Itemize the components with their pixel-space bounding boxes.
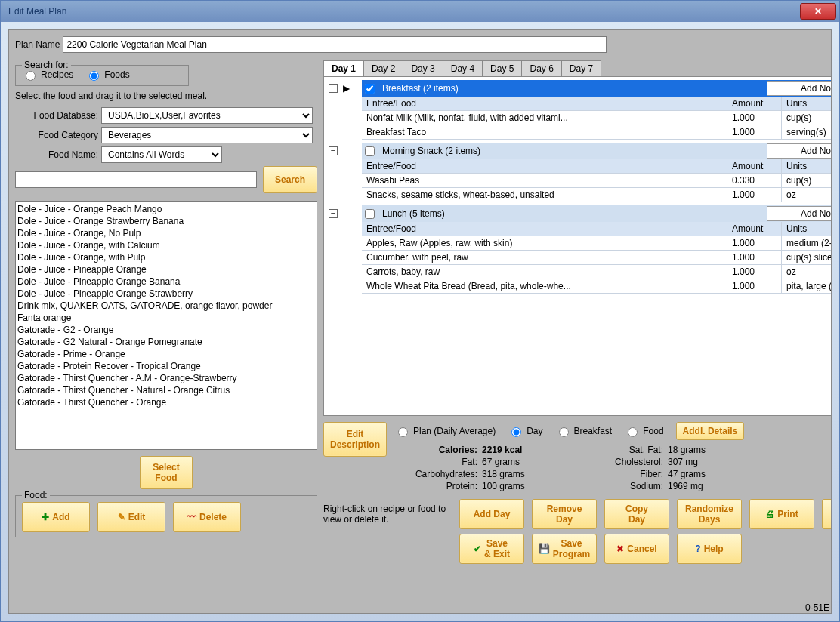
radio-recipes[interactable]: Recipes xyxy=(22,69,73,81)
check-icon: ✔ xyxy=(474,543,481,554)
add-day-button[interactable]: Add Day xyxy=(459,499,524,529)
edit-food-button[interactable]: ✎Edit xyxy=(97,502,165,532)
x-icon: ✖ xyxy=(616,543,624,554)
meal-checkbox[interactable] xyxy=(365,146,375,156)
meal-row[interactable]: Breakfast Taco 1.000 serving(s) xyxy=(362,125,832,140)
units-cell: serving(s) xyxy=(782,125,832,139)
meal-header[interactable]: Morning Snack (2 items) Add Note xyxy=(362,143,832,159)
food-result-item[interactable]: Drink mix, QUAKER OATS, GATORADE, orange… xyxy=(17,300,315,312)
food-name-cell: Nonfat Milk (Milk, nonfat, fluid, with a… xyxy=(362,111,727,125)
tree-toggle[interactable]: − xyxy=(329,84,338,93)
food-result-item[interactable]: Dole - Juice - Pineapple Orange Banana xyxy=(17,276,315,288)
food-result-item[interactable]: Gatorade - Protein Recover - Tropical Or… xyxy=(17,360,315,372)
day-tab[interactable]: Day 4 xyxy=(443,60,483,76)
radio-foods[interactable]: Foods xyxy=(85,69,129,81)
food-results-list[interactable]: Dole - Juice - Orange Peach MangoDole - … xyxy=(15,201,317,450)
add-food-button[interactable]: ✚Add xyxy=(22,502,90,532)
print-button[interactable]: 🖨Print xyxy=(749,499,814,529)
add-note-button[interactable]: Add Note xyxy=(767,81,832,96)
day-tab[interactable]: Day 7 xyxy=(561,60,601,76)
meal-row[interactable]: Whole Wheat Pita Bread (Bread, pita, who… xyxy=(362,279,832,294)
food-name-cell: Whole Wheat Pita Bread (Bread, pita, who… xyxy=(362,279,727,293)
meal-plan-tree[interactable]: − ▶ Breakfast (2 items) Add Note Entree/… xyxy=(323,76,832,416)
food-result-item[interactable]: Dole - Juice - Orange, No Pulp xyxy=(17,227,315,239)
tree-toggle[interactable]: − xyxy=(329,146,338,156)
food-result-item[interactable]: Dole - Juice - Orange, with Calcium xyxy=(17,239,315,251)
food-name-cell: Cucumber, with peel, raw xyxy=(362,251,727,264)
food-name-cell: Carrots, baby, raw xyxy=(362,265,727,279)
close-button[interactable]: ✕ xyxy=(800,3,836,20)
day-tabs: Day 1Day 2Day 3Day 4Day 5Day 6Day 7 xyxy=(323,60,832,76)
search-for-fieldset: Search for: Recipes Foods xyxy=(15,65,189,86)
day-tab[interactable]: Day 2 xyxy=(363,60,403,76)
meal-row[interactable]: Carrots, baby, raw 1.000 oz xyxy=(362,265,832,279)
amount-cell: 1.000 xyxy=(727,265,782,279)
delete-food-button[interactable]: 〰Delete xyxy=(173,502,241,532)
meal-row[interactable]: Cucumber, with peel, raw 1.000 cup(s) sl… xyxy=(362,251,832,265)
meal-checkbox[interactable] xyxy=(365,209,375,219)
food-result-item[interactable]: Fanta orange xyxy=(17,312,315,324)
save-program-button[interactable]: 💾Save Program xyxy=(532,534,597,564)
day-tab[interactable]: Day 1 xyxy=(323,60,364,76)
radio-food[interactable]: Food xyxy=(624,425,663,437)
food-result-item[interactable]: Gatorade - G2 - Orange xyxy=(17,324,315,336)
day-tab[interactable]: Day 6 xyxy=(521,60,561,76)
copy-day-button[interactable]: Copy Day xyxy=(604,499,669,529)
meal-row[interactable]: Snacks, sesame sticks, wheat-based, unsa… xyxy=(362,188,832,202)
meal-columns-header: Entree/FoodAmountUnits xyxy=(362,159,832,174)
satfat-value: 18 grams xyxy=(668,445,736,455)
food-result-item[interactable]: Gatorade - Thirst Quencher - Natural - O… xyxy=(17,384,315,396)
meal-row[interactable]: Nonfat Milk (Milk, nonfat, fluid, with a… xyxy=(362,111,832,125)
select-food-button[interactable]: Select Food xyxy=(140,456,193,489)
meal-checkbox[interactable] xyxy=(365,84,375,94)
meal-row[interactable]: Apples, Raw (Apples, raw, with skin) 1.0… xyxy=(362,236,832,251)
food-result-item[interactable]: Dole - Juice - Pineapple Orange Strawber… xyxy=(17,288,315,300)
carbs-label: Carbohydrates: xyxy=(394,469,477,479)
food-name-input[interactable] xyxy=(15,171,257,188)
day-tab[interactable]: Day 5 xyxy=(482,60,522,76)
food-result-item[interactable]: Gatorade - Thirst Quencher - Orange xyxy=(17,396,315,408)
food-category-label: Food Category xyxy=(15,130,98,140)
remove-day-button[interactable]: Remove Day xyxy=(532,499,597,529)
add-note-button[interactable]: Add Note xyxy=(767,143,832,159)
food-result-item[interactable]: Gatorade - Thirst Quencher - A.M - Orang… xyxy=(17,372,315,384)
plan-name-input[interactable] xyxy=(63,36,607,53)
radio-breakfast[interactable]: Breakfast xyxy=(555,425,613,437)
close-icon: ✕ xyxy=(814,6,822,17)
edit-description-button[interactable]: Edit Description xyxy=(323,422,387,457)
amount-cell: 1.000 xyxy=(727,188,782,202)
food-result-item[interactable]: Dole - Juice - Orange Peach Mango xyxy=(17,203,315,215)
food-name-label: Food Name: xyxy=(15,149,98,160)
food-name-match-select[interactable]: Contains All Words xyxy=(101,146,222,163)
food-result-item[interactable]: Dole - Juice - Orange Strawberry Banana xyxy=(17,215,315,227)
randomize-days-button[interactable]: Randomize Days xyxy=(677,499,742,529)
cancel-button[interactable]: ✖Cancel xyxy=(604,534,669,564)
food-database-select[interactable]: USDA,BioEx,User,Favorites xyxy=(101,107,313,124)
pencil-icon: ✎ xyxy=(118,512,125,522)
window-title: Edit Meal Plan xyxy=(4,6,800,17)
food-category-select[interactable]: Beverages xyxy=(101,127,313,143)
meal-header[interactable]: Lunch (5 items) Add Note xyxy=(362,205,832,222)
meal-header[interactable]: Breakfast (2 items) Add Note xyxy=(362,80,832,97)
add-note-button[interactable]: Add Note xyxy=(767,206,832,221)
food-result-item[interactable]: Gatorade - Prime - Orange xyxy=(17,348,315,360)
day-tab[interactable]: Day 3 xyxy=(403,60,443,76)
help-button[interactable]: ?Help xyxy=(677,534,742,564)
tree-toggle[interactable]: − xyxy=(329,209,338,218)
radio-day[interactable]: Day xyxy=(508,425,542,437)
amount-cell: 1.000 xyxy=(727,279,782,293)
radio-plan-avg[interactable]: Plan (Daily Average) xyxy=(394,425,496,437)
addl-details-button[interactable]: Addl. Details xyxy=(676,422,745,440)
search-form: Food Database: USDA,BioEx,User,Favorites… xyxy=(15,107,317,196)
search-button[interactable]: Search xyxy=(263,166,317,193)
printer-icon: 🖨 xyxy=(765,509,774,519)
view-button[interactable]: 👓View xyxy=(822,499,832,529)
save-exit-button[interactable]: ✔Save & Exit xyxy=(459,534,524,564)
meal-row[interactable]: Wasabi Peas 0.330 cup(s) xyxy=(362,174,832,188)
version-label: 0-51E xyxy=(805,602,829,613)
food-result-item[interactable]: Gatorade - G2 Natural - Orange Pomegrana… xyxy=(17,336,315,348)
protein-label: Protein: xyxy=(394,481,477,491)
food-result-item[interactable]: Dole - Juice - Orange, with Pulp xyxy=(17,251,315,263)
food-result-item[interactable]: Dole - Juice - Pineapple Orange xyxy=(17,263,315,276)
right-click-hint: Right-click on recipe or food to view or… xyxy=(323,503,452,525)
